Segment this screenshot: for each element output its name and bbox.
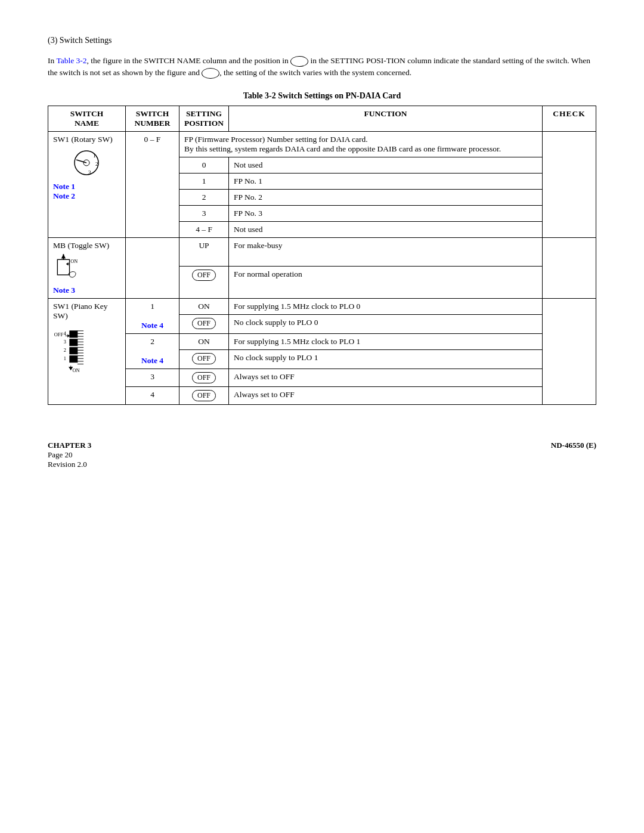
table-title: Table 3-2 Switch Settings on PN-DAIA Car… — [48, 91, 596, 101]
piano-1-func-on: For supplying 1.5 MHz clock to PLO 0 — [229, 298, 543, 315]
piano-number-3: 3 — [126, 368, 179, 386]
table-row-piano-4-off: 4 OFF Always set to OFF — [48, 386, 596, 404]
footer-left: CHAPTER 3 Page 20 Revision 2.0 — [48, 441, 91, 469]
toggle-sw-diagram: ON — [53, 252, 86, 284]
piano-note4-2[interactable]: Note 4 — [141, 356, 163, 365]
oval-indicator-1 — [290, 56, 308, 67]
svg-rect-6 — [57, 259, 69, 275]
svg-text:ON: ON — [73, 368, 80, 373]
svg-text:1: 1 — [64, 356, 66, 361]
piano-1-func-off: No clock supply to PLO 0 — [229, 315, 543, 333]
piano-key-name-cell: SW1 (Piano Key SW) OFF ON — [48, 298, 126, 404]
sw1-pos0: 0 — [179, 157, 229, 173]
header-switch-name: SWITCHNAME — [48, 106, 126, 131]
svg-rect-20 — [70, 347, 78, 354]
intro-paragraph: In Table 3-2, the figure in the SWITCH N… — [48, 55, 596, 79]
piano-4-func-off: Always set to OFF — [229, 386, 543, 404]
header-function: FUNCTION — [229, 106, 543, 131]
mb-toggle-number-cell — [126, 237, 179, 298]
sw1-rotary-number-cell: 0 – F — [126, 131, 179, 237]
sw1-note2[interactable]: Note 2 — [53, 191, 120, 201]
revision-label: Revision 2.0 — [48, 460, 87, 469]
table-row-sw1-rotary: SW1 (Rotary SW) 1 2 3 Note 1 Note 2 0 – … — [48, 131, 596, 157]
piano-2-pos-on: ON — [179, 333, 229, 350]
table-row-piano-3-off: 3 OFF Always set to OFF — [48, 368, 596, 386]
switch-settings-table: SWITCHNAME SWITCHNUMBER SETTINGPOSITION … — [48, 106, 596, 405]
piano-3-func-off: Always set to OFF — [229, 368, 543, 386]
piano-4-pos-off: OFF — [179, 386, 229, 404]
mb-check-cell — [543, 237, 596, 298]
table-row-piano-1: SW1 (Piano Key SW) OFF ON — [48, 298, 596, 315]
piano-number-2: 2 Note 4 — [126, 333, 179, 368]
piano-note4-1[interactable]: Note 4 — [141, 321, 163, 330]
sw1-func0: Not used — [229, 157, 543, 173]
svg-rect-21 — [70, 355, 78, 362]
sw1-pos4f: 4 – F — [179, 221, 229, 237]
piano-2-off-pill: OFF — [192, 353, 216, 364]
sw1-note1[interactable]: Note 1 — [53, 182, 120, 191]
rotary-sw-diagram: 1 2 3 — [70, 147, 103, 179]
svg-marker-11 — [66, 262, 69, 265]
page-label: Page 20 — [48, 450, 73, 459]
table-link[interactable]: Table 3-2 — [56, 56, 86, 65]
mb-toggle-name-cell: MB (Toggle SW) ON Note 3 — [48, 237, 126, 298]
svg-text:OFF: OFF — [54, 332, 64, 337]
piano-number-4: 4 — [126, 386, 179, 404]
sw1-func3: FP No. 3 — [229, 205, 543, 221]
sw1-pos1: 1 — [179, 173, 229, 189]
piano-3-off-pill: OFF — [192, 372, 216, 383]
svg-text:2: 2 — [64, 348, 66, 353]
mb-func-up: For make-busy — [229, 237, 543, 266]
sw1-rotary-function-header: FP (Firmware Processor) Number setting f… — [179, 131, 543, 157]
mb-pos-off: OFF — [179, 266, 229, 298]
piano-number-1: 1 Note 4 — [126, 298, 179, 333]
sw1-rotary-check-cell — [543, 131, 596, 237]
table-header-row: SWITCHNAME SWITCHNUMBER SETTINGPOSITION … — [48, 106, 596, 131]
section-title: (3) Switch Settings — [48, 36, 596, 45]
svg-text:3: 3 — [64, 339, 66, 345]
svg-text:1: 1 — [93, 153, 96, 159]
piano-2-func-off: No clock supply to PLO 1 — [229, 350, 543, 368]
svg-marker-14 — [67, 334, 70, 337]
table-row-piano-2-on: 2 Note 4 ON For supplying 1.5 MHz clock … — [48, 333, 596, 350]
piano-1-off-pill: OFF — [192, 318, 216, 329]
sw1-func1: FP No. 1 — [229, 173, 543, 189]
piano-3-pos-off: OFF — [179, 368, 229, 386]
svg-text:2: 2 — [95, 161, 98, 167]
sw1-pos3: 3 — [179, 205, 229, 221]
doc-id: ND-46550 (E) — [551, 441, 596, 450]
svg-marker-8 — [61, 254, 66, 258]
mb-off-pill: OFF — [192, 270, 216, 281]
header-setting-position: SETTINGPOSITION — [179, 106, 229, 131]
piano-1-pos-on: ON — [179, 298, 229, 315]
chapter-label: CHAPTER 3 — [48, 441, 91, 450]
table-row-mb-toggle: MB (Toggle SW) ON Note 3 — [48, 237, 596, 266]
page-footer: CHAPTER 3 Page 20 Revision 2.0 ND-46550 … — [48, 441, 596, 469]
svg-text:ON: ON — [70, 258, 78, 264]
svg-text:3: 3 — [88, 169, 91, 175]
mb-note3[interactable]: Note 3 — [53, 286, 120, 295]
piano-4-off-pill: OFF — [192, 390, 216, 401]
piano-sw-diagram: OFF ON 4 — [53, 322, 92, 376]
piano-1-pos-off: OFF — [179, 315, 229, 333]
header-check: CHECK — [543, 106, 596, 131]
piano-2-func-on: For supplying 1.5 MHz clock to PLO 1 — [229, 333, 543, 350]
header-switch-number: SWITCHNUMBER — [126, 106, 179, 131]
sw1-func4f: Not used — [229, 221, 543, 237]
oval-indicator-2 — [202, 68, 219, 79]
svg-rect-18 — [70, 330, 78, 337]
footer-right: ND-46550 (E) — [551, 441, 596, 450]
svg-rect-19 — [70, 339, 78, 345]
sw1-func2: FP No. 2 — [229, 189, 543, 205]
sw1-rotary-name-cell: SW1 (Rotary SW) 1 2 3 Note 1 Note 2 — [48, 131, 126, 237]
mb-pos-up: UP — [179, 237, 229, 266]
mb-func-off: For normal operation — [229, 266, 543, 298]
piano-check-cell — [543, 298, 596, 404]
piano-2-pos-off: OFF — [179, 350, 229, 368]
sw1-pos2: 2 — [179, 189, 229, 205]
